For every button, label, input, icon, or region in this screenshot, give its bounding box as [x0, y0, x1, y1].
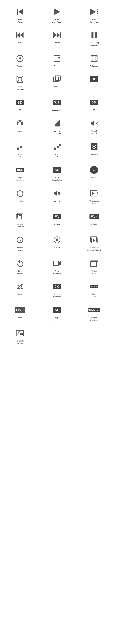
last-watched-label: Last Watched / Recently Played [87, 246, 101, 252]
svg-rect-32 [20, 333, 23, 335]
icon-cell-volume: Volume [38, 184, 76, 208]
svg-point-24 [55, 238, 59, 241]
svg-text:R: R [19, 56, 21, 60]
record-icon: R [14, 54, 26, 64]
closed-captions-icon: CC [51, 282, 63, 292]
audio-description-icon: AD [51, 165, 63, 175]
live-pulse-icon: ●LIVE [88, 282, 100, 292]
icon-cell-sign-language: BSLSign Language [2, 161, 38, 184]
sl-icon: SL [51, 305, 63, 315]
iplayer-premiere-label: iPlayer Premiere [90, 316, 98, 322]
pop-out-icon [51, 74, 63, 84]
fx-on-badge: FX [53, 214, 61, 219]
icon-cell-parental: GParental [76, 161, 112, 184]
icon-cell-shuffle: Shuffle [2, 278, 38, 301]
series-stack-label: Series Stack [91, 270, 97, 275]
fullscreen-label: Fullscreen [90, 65, 98, 68]
pause-stop-label: Pause / Stop Movement [89, 42, 99, 46]
svg-rect-16 [58, 121, 59, 126]
play-iplayer-radio-icon [88, 7, 100, 17]
live-label: Live [18, 316, 22, 319]
music-off-icon [51, 142, 63, 152]
forward-label: Forward [53, 42, 61, 44]
icon-cell-fx-off: FX×FX Off [76, 208, 112, 231]
listen-label: Listen [18, 130, 23, 132]
icon-cell-closed-captions: CCClosed Captions [38, 278, 76, 301]
icon-cell-expand: Expand [38, 50, 76, 70]
record-label: Record [17, 65, 23, 68]
icon-cell-picture-in-picture: Picture In Picture [2, 324, 38, 348]
listen-icon [14, 118, 26, 128]
icon-cell-volume-updown: Volume Up / Down [38, 114, 76, 138]
forward-icon [51, 30, 63, 40]
icon-cell-record: RRecord [2, 50, 38, 70]
rewind-icon [14, 30, 26, 40]
now-watching-label: Now Watching [53, 270, 61, 275]
icon-cell-now-watching: Now Watching [38, 254, 76, 278]
icon-cell-live: LIVELive [2, 301, 38, 324]
parental-badge: G [90, 166, 98, 174]
svg-rect-12 [53, 125, 54, 126]
icon-cell-preview: Preview [38, 231, 76, 254]
picture-in-picture-label: Picture In Picture [16, 340, 24, 345]
expand-icon [51, 54, 63, 64]
sign-language-badge: BSL [16, 168, 24, 172]
play-iplayer-label: Play (iPlayer) [17, 18, 23, 23]
music-off-label: Music Off [54, 153, 60, 158]
icon-cell-replay: Replay [2, 184, 38, 208]
rewind-label: Rewind [17, 42, 23, 44]
icon-cell-live-restart: Live Restart [2, 254, 38, 278]
icon-cell-music-off: Music Off [38, 138, 76, 161]
iplayer-premiere-badge: PREMIER [88, 308, 100, 312]
subtitles-label: Subtitles [90, 153, 98, 156]
replay-label: Replay [17, 200, 23, 202]
fullscreen-icon [88, 54, 100, 64]
series-catchup-icon [14, 212, 26, 222]
sd-label: SD [19, 109, 21, 112]
preview-label: Preview [54, 246, 60, 249]
icon-cell-pause-stop: Pause / Stop Movement [76, 26, 112, 50]
sd-badge: SD [16, 100, 24, 105]
recent-activity-label: Recent Activity [17, 246, 23, 252]
fx-on-label: FX On [54, 223, 60, 226]
sl-label: Sign Language [53, 316, 61, 322]
svg-rect-13 [55, 124, 55, 126]
sd-icon: SD [14, 98, 26, 108]
icon-cell-hd: HDHD [76, 70, 112, 94]
music-on-label: Music On [18, 153, 22, 158]
icon-cell-play-iplayer: Play (iPlayer) [2, 3, 38, 26]
icon-cell-live-pulse: ●LIVELive Pulse [76, 278, 112, 301]
closed-captions-label: Closed Captions [53, 293, 61, 298]
sl-badge: SL [53, 307, 61, 313]
icon-cell-sl: SLSign Language [38, 301, 76, 324]
svg-rect-1 [95, 32, 97, 38]
svg-rect-9 [55, 76, 61, 80]
play-non-iplayer-label: Play (non-iPlayer) [52, 18, 62, 23]
fx-off-icon: FX× [88, 212, 100, 222]
volume-icon [51, 188, 63, 198]
icon-cell-fx-on: FXFX On [38, 208, 76, 231]
icon-cell-pop-out: Pop-Out [38, 70, 76, 94]
play-iplayer-icon [14, 7, 26, 17]
icon-cell-exit-fullscreen: Exit Fullscreen [2, 70, 38, 94]
expand-label: Expand [54, 65, 60, 68]
widescreen-badge: WS [53, 100, 61, 105]
icon-cell-continuous-play: Continuous Play [76, 184, 112, 208]
sign-language-icon: BSL [14, 165, 26, 175]
volume-updown-icon [51, 118, 63, 128]
parental-icon: G [88, 165, 100, 175]
pause-stop-icon [88, 30, 100, 40]
volume-updown-label: Volume Up / Down [53, 130, 62, 135]
svg-rect-28 [90, 262, 97, 266]
icon-cell-sd: SDSD [2, 94, 38, 114]
live-badge: LIVE [15, 307, 25, 313]
icon-cell-series-catchup: Series Catch-Up [2, 208, 38, 231]
hd-badge: HD [90, 76, 98, 82]
audio-description-badge: AD [53, 167, 61, 173]
subtitles-icon: S [88, 142, 100, 152]
iplayer-premiere-icon: PREMIER [88, 305, 100, 315]
widescreen-icon: WS [51, 98, 63, 108]
parental-label: Parental [91, 176, 97, 179]
play-non-iplayer-icon [51, 7, 63, 17]
widescreen-label: Widescreen [52, 109, 62, 112]
